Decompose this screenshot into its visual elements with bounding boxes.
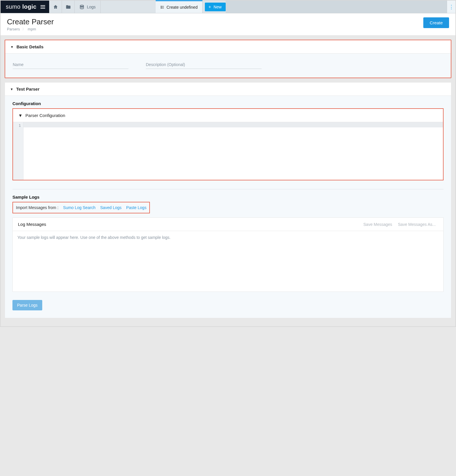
new-button-label: New [214, 5, 222, 9]
panel-basic-details: ▼ Basic Details [5, 40, 451, 78]
brand-part1: sumo [6, 3, 21, 10]
log-messages-body[interactable]: Your sample logs will appear here. Use o… [13, 231, 443, 292]
brand-part2: logic [22, 3, 36, 10]
parser-config-header[interactable]: ▼ Parser Configuration [13, 109, 443, 122]
plus-icon [208, 5, 212, 9]
kebab-icon: ⋮ [449, 4, 454, 10]
menu-icon[interactable] [41, 5, 45, 9]
folder-icon [66, 4, 71, 10]
tab-create-label: Create undefined [167, 5, 198, 10]
parser-config-title: Parser Configuration [25, 113, 65, 118]
description-input[interactable] [146, 61, 262, 69]
log-messages-panel: Log Messages Save Messages Save Messages… [12, 217, 444, 292]
caret-down-icon: ▼ [18, 113, 23, 118]
caret-down-icon: ▼ [10, 87, 13, 91]
panel-basic-details-header[interactable]: ▼ Basic Details [5, 40, 451, 53]
save-messages-as-button[interactable]: Save Messages As... [396, 222, 438, 227]
database-icon [79, 4, 84, 10]
page-header: Create Parser Parsers 〉 mpm Create [1, 13, 455, 36]
link-paste-logs[interactable]: Paste Logs [126, 205, 146, 210]
create-icon [160, 5, 164, 9]
panel-test-parser: ▼ Test Parser Configuration ▼ Parser Con… [5, 82, 451, 318]
library-button[interactable] [62, 1, 75, 13]
home-icon [53, 4, 58, 10]
panel-basic-details-title: Basic Details [16, 44, 43, 49]
link-saved-logs[interactable]: Saved Logs [100, 205, 122, 210]
save-messages-button[interactable]: Save Messages [361, 222, 395, 227]
breadcrumb-root[interactable]: Parsers [7, 27, 20, 31]
tab-logs[interactable]: Logs [75, 1, 100, 13]
name-input[interactable] [13, 61, 128, 69]
home-button[interactable] [49, 1, 62, 13]
brand-logo: sumo logic [1, 1, 49, 13]
top-bar: sumo logic Logs Create undefined New [1, 1, 455, 13]
log-messages-title: Log Messages [18, 222, 46, 227]
parse-logs-button[interactable]: Parse Logs [12, 300, 42, 310]
code-editor[interactable]: 1 [13, 122, 443, 180]
more-button[interactable]: ⋮ [447, 1, 455, 13]
code-gutter: 1 [13, 122, 23, 180]
import-label: Import Messages from : [16, 205, 58, 210]
new-button[interactable]: New [205, 3, 226, 11]
parser-config-panel: ▼ Parser Configuration 1 [12, 108, 444, 180]
panel-test-parser-header[interactable]: ▼ Test Parser [5, 83, 451, 96]
configuration-heading: Configuration [12, 101, 444, 106]
link-sumo-log-search[interactable]: Sumo Log Search [63, 205, 95, 210]
create-button[interactable]: Create [423, 17, 449, 28]
chevron-right-icon: 〉 [22, 27, 25, 31]
sample-logs-heading: Sample Logs [12, 195, 444, 199]
log-messages-placeholder: Your sample logs will appear here. Use o… [17, 235, 170, 240]
import-messages-row: Import Messages from : Sumo Log Search S… [12, 202, 150, 213]
tab-create[interactable]: Create undefined [156, 0, 203, 13]
panel-test-parser-title: Test Parser [16, 87, 40, 91]
tab-logs-label: Logs [87, 5, 95, 9]
breadcrumb-leaf: mpm [28, 27, 36, 31]
line-number: 1 [13, 123, 21, 128]
code-area[interactable] [23, 122, 443, 180]
page-title: Create Parser [7, 17, 54, 26]
caret-down-icon: ▼ [10, 45, 14, 49]
breadcrumb: Parsers 〉 mpm [7, 27, 54, 31]
